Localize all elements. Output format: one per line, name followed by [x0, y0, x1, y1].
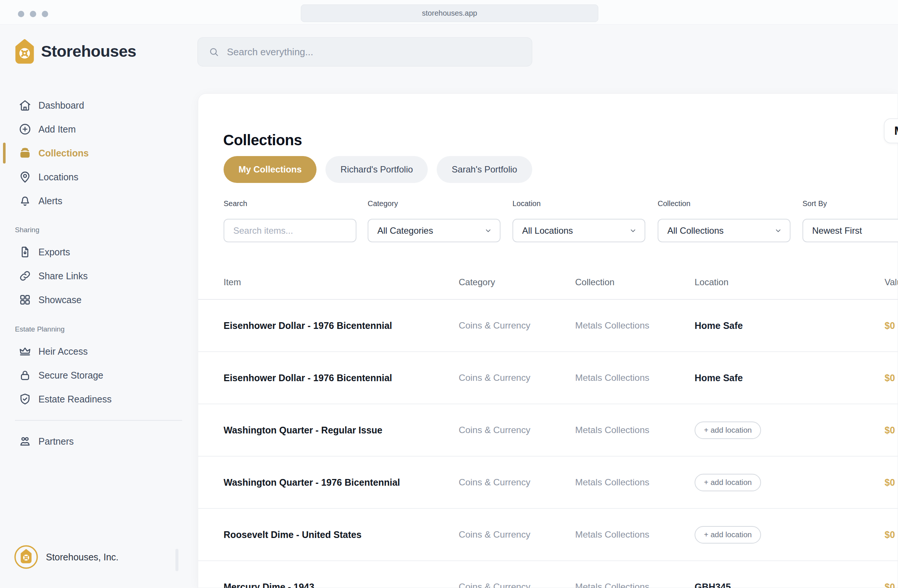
address-bar-url: storehouses.app	[422, 9, 477, 17]
item-location-cell: Home Safe	[695, 373, 884, 383]
sidebar-section-title-estate-planning: Estate Planning	[15, 325, 65, 333]
filter-sort-by-select[interactable]: Newest First	[803, 219, 898, 242]
items-table: ItemCategoryCollectionLocationValue Eise…	[198, 265, 898, 588]
item-category: Coins & Currency	[459, 530, 575, 540]
sidebar-primary-nav: DashboardAdd ItemCollectionsLocationsAle…	[0, 93, 187, 213]
chevron-down-icon	[774, 226, 782, 235]
global-search-bar[interactable]	[197, 37, 532, 66]
grid-icon	[18, 293, 32, 306]
item-name: Washington Quarter - Regular Issue	[224, 425, 459, 436]
global-search-input[interactable]	[226, 46, 511, 58]
table-row[interactable]: Mercury Dime - 1943Coins & CurrencyMetal…	[198, 561, 898, 588]
filter-label: Collection	[658, 199, 790, 208]
column-header-value: Value	[884, 277, 898, 288]
sidebar-item-collections[interactable]: Collections	[0, 141, 187, 165]
tab-sarah-s-portfolio[interactable]: Sarah's Portfolio	[437, 156, 532, 183]
company-name: Storehouses, Inc.	[46, 552, 119, 563]
filter-label: Search	[224, 199, 357, 208]
sidebar-item-alerts[interactable]: Alerts	[0, 189, 187, 213]
sidebar-item-add-item[interactable]: Add Item	[0, 117, 187, 141]
people-icon	[18, 434, 32, 448]
selected-value: All Locations	[522, 225, 573, 236]
shield-check-icon	[18, 393, 32, 406]
sidebar-item-label: Heir Access	[38, 346, 88, 357]
sidebar-item-locations[interactable]: Locations	[0, 165, 187, 189]
filter-bar: SearchCategoryAll CategoriesLocationAll …	[198, 199, 898, 248]
add-location-button[interactable]: + add location	[695, 422, 761, 439]
sidebar-estate-nav: Heir AccessSecure StorageEstate Readines…	[0, 339, 187, 411]
sidebar-item-label: Dashboard	[38, 100, 84, 111]
column-header-collection: Collection	[575, 277, 695, 288]
sidebar-item-label: Collections	[38, 148, 89, 159]
selected-value: All Collections	[667, 225, 724, 236]
sidebar-item-estate-readiness[interactable]: Estate Readiness	[0, 387, 187, 411]
window-chrome: storehouses.app	[0, 0, 898, 25]
manage-button-partial[interactable]: M	[884, 119, 898, 143]
table-row[interactable]: Eisenhower Dollar - 1976 BicentennialCoi…	[198, 300, 898, 352]
filter-search-input[interactable]	[224, 219, 357, 242]
sidebar-item-label: Add Item	[38, 124, 76, 135]
filter-category: CategoryAll Categories	[368, 199, 501, 208]
home-icon	[18, 99, 32, 112]
sidebar-item-label: Alerts	[38, 195, 62, 206]
zoom-button[interactable]	[42, 11, 48, 17]
selected-value: All Categories	[377, 225, 433, 236]
table-row[interactable]: Washington Quarter - Regular IssueCoins …	[198, 404, 898, 457]
filter-category-select[interactable]: All Categories	[368, 219, 501, 242]
lock-icon	[18, 368, 32, 382]
filter-label: Category	[368, 199, 501, 208]
filter-collection-select[interactable]: All Collections	[658, 219, 790, 242]
sidebar-item-share-links[interactable]: Share Links	[0, 264, 187, 288]
sidebar-item-secure-storage[interactable]: Secure Storage	[0, 363, 187, 387]
table-body: Eisenhower Dollar - 1976 BicentennialCoi…	[198, 300, 898, 588]
item-collection: Metals Collections	[575, 530, 695, 540]
close-button[interactable]	[18, 11, 24, 17]
table-row[interactable]: Roosevelt Dime - United StatesCoins & Cu…	[198, 509, 898, 561]
filter-collection: CollectionAll Collections	[658, 199, 790, 208]
sidebar-item-partners[interactable]: Partners	[0, 429, 187, 453]
portfolio-tabs: My CollectionsRichard's PortfolioSarah's…	[224, 156, 532, 183]
page-title: Collections	[223, 132, 302, 149]
location-text: Home Safe	[695, 320, 743, 331]
search-icon	[208, 46, 220, 57]
add-location-button[interactable]: + add location	[695, 526, 761, 543]
item-collection: Metals Collections	[575, 582, 695, 588]
sidebar-item-showcase[interactable]: Showcase	[0, 288, 187, 312]
tab-my-collections[interactable]: My Collections	[224, 156, 317, 183]
sidebar-item-exports[interactable]: Exports	[0, 240, 187, 264]
item-name: Eisenhower Dollar - 1976 Bicentennial	[224, 373, 459, 383]
item-value: $0	[884, 373, 898, 383]
filter-label: Location	[512, 199, 645, 208]
minimize-button[interactable]	[30, 11, 36, 17]
sidebar-item-heir-access[interactable]: Heir Access	[0, 339, 187, 363]
sidebar-item-label: Share Links	[38, 271, 88, 282]
filter-search: Search	[224, 199, 357, 208]
sidebar-item-label: Exports	[38, 247, 70, 258]
sidebar-scrollbar-thumb[interactable]	[175, 549, 178, 571]
sidebar-item-dashboard[interactable]: Dashboard	[0, 93, 187, 117]
item-category: Coins & Currency	[459, 320, 575, 331]
sidebar-sharing-nav: ExportsShare LinksShowcase	[0, 240, 187, 312]
column-header-location: Location	[695, 277, 884, 288]
link-icon	[18, 269, 32, 283]
sidebar-divider	[15, 420, 182, 421]
item-location-cell: + add location	[695, 474, 884, 491]
item-value: $0	[884, 320, 898, 331]
item-location-cell: Home Safe	[695, 320, 884, 331]
item-location-cell: + add location	[695, 422, 884, 439]
address-bar[interactable]: storehouses.app	[301, 5, 598, 22]
column-header-category: Category	[459, 277, 575, 288]
main-content-card: Collections M My CollectionsRichard's Po…	[198, 93, 898, 588]
add-location-button[interactable]: + add location	[695, 474, 761, 491]
table-row[interactable]: Washington Quarter - 1976 BicentennialCo…	[198, 457, 898, 509]
item-value: $0	[884, 425, 898, 436]
filter-sort-by: Sort ByNewest First	[803, 199, 898, 208]
filter-location-select[interactable]: All Locations	[512, 219, 645, 242]
tab-richard-s-portfolio[interactable]: Richard's Portfolio	[326, 156, 428, 183]
table-row[interactable]: Eisenhower Dollar - 1976 BicentennialCoi…	[198, 352, 898, 404]
table-header-row: ItemCategoryCollectionLocationValue	[198, 265, 898, 300]
item-location-cell: + add location	[695, 526, 884, 543]
sidebar-footer: Storehouses, Inc.	[14, 545, 119, 570]
item-location-cell: GBH345	[695, 582, 884, 588]
item-collection: Metals Collections	[575, 425, 695, 435]
